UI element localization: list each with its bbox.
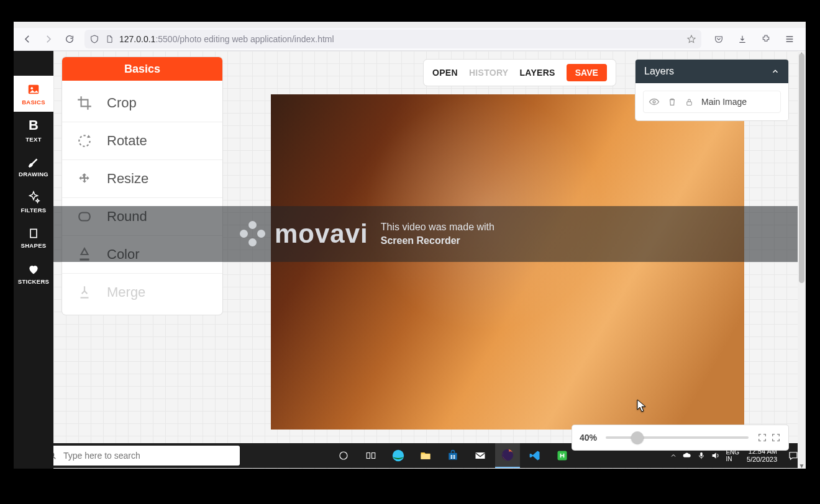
watermark-text: This video was made with Screen Recorder — [381, 220, 494, 247]
nav-reload-button[interactable] — [61, 30, 78, 48]
svg-rect-11 — [421, 454, 430, 459]
layers-panel-header[interactable]: Layers — [636, 60, 788, 83]
svg-point-4 — [653, 101, 655, 103]
layers-panel: Layers Main Image — [636, 60, 788, 120]
tool-rotate[interactable]: Rotate — [62, 122, 222, 160]
menu-icon[interactable] — [781, 30, 798, 48]
nav-basics[interactable]: BASICS — [14, 76, 53, 112]
nav-back-button[interactable] — [19, 30, 36, 48]
browser-tab-strip — [14, 22, 806, 28]
taskbar-explorer-icon[interactable] — [413, 443, 438, 468]
nav-drawing[interactable]: DRAWING — [14, 148, 53, 184]
tray-lang-2: IN — [726, 456, 739, 462]
tray-chevron-icon[interactable] — [670, 452, 677, 459]
taskbar-edge-icon[interactable] — [386, 443, 411, 468]
layers-button[interactable]: LAYERS — [519, 68, 555, 78]
tool-crop[interactable]: Crop — [62, 84, 222, 122]
merge-icon — [76, 284, 93, 301]
image-icon — [27, 83, 40, 96]
extensions-icon[interactable] — [757, 30, 775, 48]
basics-panel: Basics Crop Rotate Resize Round — [62, 57, 222, 315]
nav-filters[interactable]: FILTERS — [14, 184, 53, 220]
resize-icon — [76, 170, 93, 187]
tray-volume-icon[interactable] — [711, 451, 721, 461]
rotate-icon — [76, 132, 93, 150]
taskbar-vscode-icon[interactable] — [522, 443, 547, 468]
svg-point-7 — [340, 452, 347, 459]
page-icon — [104, 34, 114, 44]
history-button[interactable]: HISTORY — [469, 68, 509, 78]
lock-icon[interactable] — [685, 97, 694, 107]
zoom-bar: 40% — [572, 425, 788, 450]
shapes-icon — [27, 227, 40, 240]
layer-row[interactable]: Main Image — [643, 91, 781, 113]
taskbar-firefox-icon[interactable] — [495, 443, 520, 468]
fit-screen-icon[interactable] — [757, 433, 767, 443]
basics-panel-title: Basics — [62, 57, 222, 81]
pocket-icon[interactable] — [710, 30, 727, 48]
tray-onedrive-icon[interactable] — [682, 451, 692, 461]
tray-mic-icon[interactable] — [697, 451, 706, 460]
svg-rect-16 — [701, 452, 703, 456]
taskbar-systray[interactable]: ENG IN — [666, 449, 743, 462]
mouse-cursor-icon — [636, 398, 647, 413]
svg-rect-8 — [367, 453, 370, 459]
bookmark-star-icon[interactable] — [686, 34, 696, 44]
zoom-slider[interactable] — [606, 436, 749, 439]
svg-rect-13 — [476, 452, 485, 459]
heart-icon — [27, 263, 40, 276]
brush-icon — [27, 155, 40, 168]
shield-icon — [89, 34, 99, 44]
fullscreen-icon[interactable] — [771, 433, 781, 443]
save-button[interactable]: SAVE — [567, 64, 607, 81]
svg-point-10 — [393, 450, 404, 461]
taskbar-taskview-icon[interactable] — [358, 443, 383, 468]
url-text: 127.0.0.1:5500/photo editing web applica… — [119, 34, 334, 44]
taskbar-mail-icon[interactable] — [468, 443, 493, 468]
downloads-icon[interactable] — [734, 30, 751, 48]
bold-icon: B — [29, 117, 39, 133]
svg-rect-2 — [30, 229, 37, 237]
layer-name: Main Image — [701, 97, 747, 107]
taskbar-app-icon[interactable] — [550, 443, 575, 468]
tool-category-nav: BASICS B TEXT DRAWING FILTERS SHAPES STI… — [14, 51, 53, 469]
svg-rect-5 — [687, 101, 692, 105]
zoom-percent: 40% — [580, 433, 597, 443]
filter-icon — [27, 191, 40, 204]
taskbar-search-input[interactable] — [63, 451, 234, 461]
open-button[interactable]: OPEN — [432, 68, 458, 78]
zoom-slider-knob[interactable] — [631, 431, 644, 444]
tool-resize[interactable]: Resize — [62, 160, 222, 197]
taskbar-store-icon[interactable] — [440, 443, 465, 468]
nav-text[interactable]: B TEXT — [14, 112, 53, 148]
svg-point-1 — [30, 87, 33, 89]
nav-shapes[interactable]: SHAPES — [14, 220, 53, 256]
svg-rect-9 — [372, 453, 375, 459]
watermark-brand: movavi — [275, 219, 368, 249]
visibility-icon[interactable] — [649, 96, 660, 107]
address-bar[interactable]: 127.0.0.1:5500/photo editing web applica… — [84, 30, 701, 48]
browser-toolbar: 127.0.0.1:5500/photo editing web applica… — [14, 28, 806, 51]
movavi-logo-icon — [240, 221, 266, 247]
svg-rect-12 — [449, 453, 457, 460]
delete-icon[interactable] — [667, 97, 677, 107]
layers-panel-title: Layers — [644, 66, 674, 77]
page-scrollbar[interactable]: ▲ ▼ — [798, 51, 806, 469]
nav-forward-button[interactable] — [40, 30, 57, 48]
crop-icon — [76, 94, 93, 112]
taskbar-search[interactable] — [41, 446, 240, 466]
scrollbar-thumb[interactable] — [799, 53, 804, 283]
editor-canvas-image[interactable] — [271, 94, 744, 430]
watermark-overlay: movavi This video was made with Screen R… — [53, 206, 798, 262]
nav-stickers[interactable]: STICKERS — [14, 256, 53, 292]
top-actionbar: OPEN HISTORY LAYERS SAVE — [424, 60, 616, 86]
taskbar-cortana-icon[interactable] — [331, 443, 356, 468]
chevron-up-icon — [771, 67, 780, 76]
tool-merge: Merge — [62, 273, 222, 311]
